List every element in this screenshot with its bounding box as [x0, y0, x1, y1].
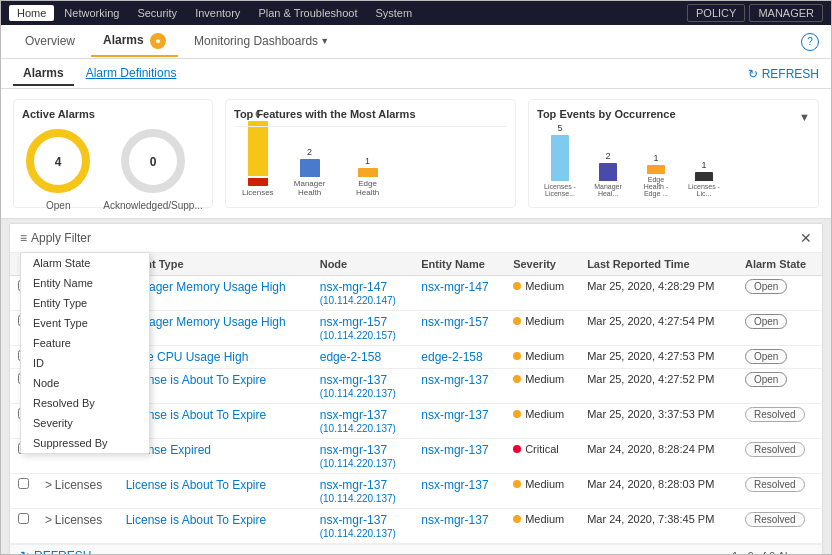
row-expand-6[interactable]: > Licenses	[37, 474, 118, 509]
bar-ev2-rect	[599, 163, 617, 181]
apply-filter-text: Apply Filter	[31, 231, 91, 245]
row-time-1: Mar 25, 2020, 4:27:54 PM	[579, 311, 737, 346]
state-badge-0: Open	[745, 279, 787, 294]
filter-id[interactable]: ID	[21, 353, 149, 373]
severity-dot-7	[513, 515, 521, 523]
row-event-type-7[interactable]: License is About To Expire	[118, 509, 312, 544]
row-entity-4[interactable]: nsx-mgr-137	[413, 404, 505, 439]
content-area: ≡ Apply Filter Alarm State Entity Name E…	[9, 223, 823, 555]
row-entity-1[interactable]: nsx-mgr-157	[413, 311, 505, 346]
donuts-container: 4 Open 0 Acknowledged/Supp...	[22, 126, 204, 211]
nav-plan[interactable]: Plan & Troubleshoot	[250, 5, 365, 21]
ack-donut: 0 Acknowledged/Supp...	[103, 126, 203, 211]
monitoring-dropdown[interactable]: Monitoring Dashboards ▼	[194, 34, 329, 48]
row-state-4: Resolved	[737, 404, 822, 439]
row-event-type-6[interactable]: License is About To Expire	[118, 474, 312, 509]
filter-entity-name[interactable]: Entity Name	[21, 273, 149, 293]
row-entity-3[interactable]: nsx-mgr-137	[413, 369, 505, 404]
filter-label[interactable]: ≡ Apply Filter	[20, 231, 91, 245]
state-badge-2: Open	[745, 349, 787, 364]
stats-row: Active Alarms 4 Open 0 Acknowledge	[1, 89, 831, 219]
close-filter-button[interactable]: ✕	[800, 230, 812, 246]
row-time-6: Mar 24, 2020, 8:28:03 PM	[579, 474, 737, 509]
bar-manager: 2 Manager Health	[288, 147, 332, 197]
filter-entity-type[interactable]: Entity Type	[21, 293, 149, 313]
tab-overview[interactable]: Overview	[13, 28, 87, 56]
subtab-alarm-definitions[interactable]: Alarm Definitions	[76, 62, 187, 86]
alarms-badge: ●	[150, 33, 166, 49]
severity-dot-4	[513, 410, 521, 418]
subtab-alarms[interactable]: Alarms	[13, 62, 74, 86]
chevron-down-icon: ▼	[320, 36, 329, 46]
top-nav-right: POLICY MANAGER	[687, 4, 823, 22]
filter-node[interactable]: Node	[21, 373, 149, 393]
row-entity-0[interactable]: nsx-mgr-147	[413, 276, 505, 311]
row-node-7[interactable]: nsx-mgr-137 (10.114.220.137)	[312, 509, 414, 544]
open-donut: 4 Open	[23, 126, 93, 211]
row-node-1[interactable]: nsx-mgr-157 (10.114.220.157)	[312, 311, 414, 346]
row-entity-2[interactable]: edge-2-158	[413, 346, 505, 369]
row-severity-3: Medium	[505, 369, 579, 404]
row-severity-4: Medium	[505, 404, 579, 439]
bar-ev4: 1 Licenses - Lic...	[685, 160, 723, 197]
policy-button[interactable]: POLICY	[687, 4, 745, 22]
row-severity-0: Medium	[505, 276, 579, 311]
bar-edge-label: Edge Health	[346, 179, 390, 197]
row-node-6[interactable]: nsx-mgr-137 (10.114.220.137)	[312, 474, 414, 509]
row-node-0[interactable]: nsx-mgr-147 (10.114.220.147)	[312, 276, 414, 311]
th-node: Node	[312, 253, 414, 276]
refresh-button[interactable]: ↻ REFRESH	[748, 67, 819, 81]
row-expand-7[interactable]: > Licenses	[37, 509, 118, 544]
state-badge-6: Resolved	[745, 477, 805, 492]
tab-bar: Overview Alarms ● Monitoring Dashboards …	[1, 25, 831, 59]
row-state-6: Resolved	[737, 474, 822, 509]
nav-security[interactable]: Security	[129, 5, 185, 21]
bar-licenses-rect	[248, 121, 268, 176]
state-badge-7: Resolved	[745, 512, 805, 527]
row-state-7: Resolved	[737, 509, 822, 544]
filter-icon[interactable]: ▼	[799, 111, 810, 123]
footer-pager: 1 - 9 of 9 Alarms	[732, 550, 812, 555]
nav-system[interactable]: System	[367, 5, 420, 21]
tab-alarms[interactable]: Alarms ●	[91, 27, 178, 57]
bar-ev3: 1 Edge Health - Edge ...	[637, 153, 675, 197]
row-node-2[interactable]: edge-2-158	[312, 346, 414, 369]
row-checkbox-6[interactable]	[10, 474, 37, 509]
filter-alarm-state[interactable]: Alarm State	[21, 253, 149, 273]
severity-dot-6	[513, 480, 521, 488]
active-alarms-box: Active Alarms 4 Open 0 Acknowledge	[13, 99, 213, 208]
top-navigation: Home Networking Security Inventory Plan …	[1, 1, 831, 25]
filter-feature[interactable]: Feature	[21, 333, 149, 353]
row-node-5[interactable]: nsx-mgr-137 (10.114.220.137)	[312, 439, 414, 474]
row-severity-2: Medium	[505, 346, 579, 369]
tab-monitoring[interactable]: Monitoring Dashboards ▼	[182, 28, 341, 56]
row-entity-5[interactable]: nsx-mgr-137	[413, 439, 505, 474]
filter-severity[interactable]: Severity	[21, 413, 149, 433]
help-button[interactable]: ?	[801, 33, 819, 51]
table-footer: ↻ REFRESH 1 - 9 of 9 Alarms	[10, 544, 822, 555]
row-checkbox-7[interactable]	[10, 509, 37, 544]
filter-suppressed-by[interactable]: Suppressed By	[21, 433, 149, 453]
th-severity: Severity	[505, 253, 579, 276]
bar-ev2: 2 Manager Heal...	[589, 151, 627, 197]
row-state-5: Resolved	[737, 439, 822, 474]
bar-manager-label: Manager Health	[288, 179, 332, 197]
row-node-4[interactable]: nsx-mgr-137 (10.114.220.137)	[312, 404, 414, 439]
severity-dot-5	[513, 445, 521, 453]
tab-bar-left: Overview Alarms ● Monitoring Dashboards …	[13, 27, 341, 57]
row-node-3[interactable]: nsx-mgr-137 (10.114.220.137)	[312, 369, 414, 404]
row-entity-7[interactable]: nsx-mgr-137	[413, 509, 505, 544]
sub-tab-bar: Alarms Alarm Definitions ↻ REFRESH	[1, 59, 831, 89]
manager-button[interactable]: MANAGER	[749, 4, 823, 22]
filter-event-type[interactable]: Event Type	[21, 313, 149, 333]
nav-inventory[interactable]: Inventory	[187, 5, 248, 21]
nav-home[interactable]: Home	[9, 5, 54, 21]
filter-resolved-by[interactable]: Resolved By	[21, 393, 149, 413]
bar-manager-rect	[300, 159, 320, 177]
nav-networking[interactable]: Networking	[56, 5, 127, 21]
footer-refresh-label: REFRESH	[34, 549, 91, 555]
footer-refresh-icon: ↻	[20, 549, 30, 555]
footer-refresh-button[interactable]: ↻ REFRESH	[20, 549, 91, 555]
row-entity-6[interactable]: nsx-mgr-137	[413, 474, 505, 509]
bar-ev1-rect	[551, 135, 569, 181]
